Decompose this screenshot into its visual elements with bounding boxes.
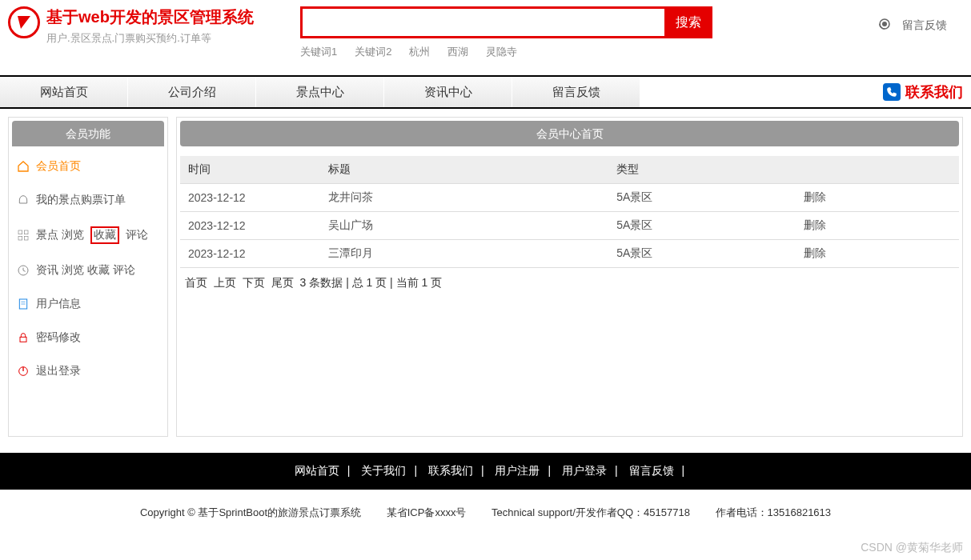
sidebar-item-label: 我的景点购票订单 [36, 193, 126, 207]
footer-tech: Technical support/开发作者QQ：45157718 [492, 506, 690, 518]
table-row: 2023-12-12 吴山广场 5A景区 删除 [180, 212, 959, 240]
sidebar: 会员功能 会员首页 我的景点购票订单 景点 浏览 收藏 评论 资讯 浏览 收藏 … [8, 117, 168, 437]
svg-rect-4 [18, 236, 22, 240]
sidebar-item-userinfo[interactable]: 用户信息 [9, 287, 167, 321]
keyword-link[interactable]: 灵隐寺 [486, 45, 517, 59]
contact-us[interactable]: 联系我们 [883, 82, 971, 102]
sidebar-item-home[interactable]: 会员首页 [9, 150, 167, 183]
sidebar-item-password[interactable]: 密码修改 [9, 321, 167, 354]
nav-company[interactable]: 公司介绍 [128, 77, 256, 107]
cell-title: 吴山广场 [320, 212, 608, 240]
nav-news[interactable]: 资讯中心 [384, 77, 512, 107]
cell-time: 2023-12-12 [180, 212, 320, 240]
svg-rect-10 [20, 337, 26, 342]
pager: 首页 上页 下页 尾页 3 条数据 | 总 1 页 | 当前 1 页 [180, 268, 959, 298]
pager-first[interactable]: 首页 [185, 276, 207, 289]
lock-icon [17, 331, 30, 344]
power-icon [17, 365, 30, 378]
pager-info: 3 条数据 | 总 1 页 | 当前 1 页 [300, 276, 443, 289]
doc-icon [17, 298, 30, 310]
delete-link[interactable]: 删除 [804, 246, 826, 259]
logo-icon [8, 6, 40, 38]
svg-point-1 [882, 22, 887, 26]
footer-link[interactable]: 用户登录 [562, 464, 607, 477]
pager-last[interactable]: 尾页 [271, 276, 294, 289]
site-subtitle: 用户.景区景点.门票购买预约.订单等 [46, 31, 254, 46]
cell-type: 5A景区 [608, 240, 796, 268]
footer-link[interactable]: 留言反馈 [629, 464, 674, 477]
col-time: 时间 [180, 156, 320, 184]
svg-rect-5 [24, 236, 28, 240]
sidebar-item-news-fav[interactable]: 资讯 浏览 收藏 评论 [9, 254, 167, 287]
col-action [796, 156, 959, 184]
sidebar-item-label: 资讯 浏览 收藏 评论 [36, 263, 135, 278]
sidebar-item-label: 密码修改 [36, 330, 81, 345]
sidebar-item-scenic-fav[interactable]: 景点 浏览 收藏 评论 [9, 217, 167, 254]
search-input[interactable] [300, 6, 664, 38]
content-head: 会员中心首页 [180, 121, 959, 146]
headset-icon [875, 16, 894, 35]
sidebar-item-logout[interactable]: 退出登录 [9, 354, 167, 388]
feedback-link[interactable]: 留言反馈 [902, 18, 947, 33]
sidebar-item-label: 退出登录 [36, 364, 81, 378]
svg-rect-3 [24, 230, 28, 234]
svg-rect-2 [18, 230, 22, 234]
nav-scenic[interactable]: 景点中心 [256, 77, 384, 107]
keyword-link[interactable]: 西湖 [447, 45, 468, 59]
cell-time: 2023-12-12 [180, 240, 320, 268]
footer-link[interactable]: 网站首页 [295, 464, 339, 477]
footer-link[interactable]: 用户注册 [495, 464, 540, 477]
keyword-link[interactable]: 关键词2 [355, 45, 391, 59]
phone-icon [883, 83, 901, 101]
nav-feedback[interactable]: 留言反馈 [512, 77, 640, 107]
home-icon [17, 160, 30, 173]
footer-copyright: Copyright © 基于SprintBoot的旅游景点订票系统 [140, 506, 361, 518]
data-table: 时间 标题 类型 2023-12-12 龙井问茶 5A景区 删除2023-12-… [180, 156, 959, 268]
footer-info: Copyright © 基于SprintBoot的旅游景点订票系统 某省ICP备… [0, 490, 971, 536]
cell-time: 2023-12-12 [180, 184, 320, 212]
cell-title: 三潭印月 [320, 240, 608, 268]
content: 会员中心首页 时间 标题 类型 2023-12-12 龙井问茶 5A景区 删除2… [176, 117, 963, 437]
cell-title: 龙井问茶 [320, 184, 608, 212]
sidebar-item-label-highlighted: 收藏 [90, 226, 119, 244]
nav-home[interactable]: 网站首页 [0, 77, 128, 107]
pager-next[interactable]: 下页 [243, 276, 265, 289]
sidebar-head: 会员功能 [12, 121, 164, 146]
ticket-icon [17, 194, 30, 206]
col-type: 类型 [608, 156, 796, 184]
cell-type: 5A景区 [608, 184, 796, 212]
pager-prev[interactable]: 上页 [214, 276, 236, 289]
footer-nav: 网站首页| 关于我们| 联系我们| 用户注册| 用户登录| 留言反馈| [0, 453, 971, 490]
site-title: 基于web开发的景区管理系统 [46, 6, 254, 28]
contact-us-label: 联系我们 [905, 82, 963, 102]
clock-icon [17, 264, 30, 277]
col-title: 标题 [320, 156, 608, 184]
logo-area: 基于web开发的景区管理系统 用户.景区景点.门票购买预约.订单等 [8, 6, 254, 46]
keyword-row: 关键词1 关键词2 杭州 西湖 灵隐寺 [300, 45, 712, 59]
cell-type: 5A景区 [608, 212, 796, 240]
sidebar-item-orders[interactable]: 我的景点购票订单 [9, 183, 167, 217]
sidebar-item-label: 会员首页 [36, 159, 81, 174]
sidebar-item-label: 用户信息 [36, 297, 81, 311]
grid-icon [17, 229, 30, 242]
footer-link[interactable]: 联系我们 [428, 464, 473, 477]
footer-icp: 某省ICP备xxxx号 [387, 506, 467, 518]
delete-link[interactable]: 删除 [804, 218, 826, 231]
table-row: 2023-12-12 三潭印月 5A景区 删除 [180, 240, 959, 268]
footer-link[interactable]: 关于我们 [361, 464, 406, 477]
delete-link[interactable]: 删除 [804, 190, 826, 203]
keyword-link[interactable]: 杭州 [409, 45, 430, 59]
sidebar-item-label-part1: 景点 浏览 [36, 228, 84, 242]
search-button[interactable]: 搜索 [664, 6, 712, 38]
table-row: 2023-12-12 龙井问茶 5A景区 删除 [180, 184, 959, 212]
footer-author: 作者电话：13516821613 [716, 506, 832, 518]
keyword-link[interactable]: 关键词1 [300, 45, 337, 59]
sidebar-item-label-part3: 评论 [126, 228, 148, 242]
